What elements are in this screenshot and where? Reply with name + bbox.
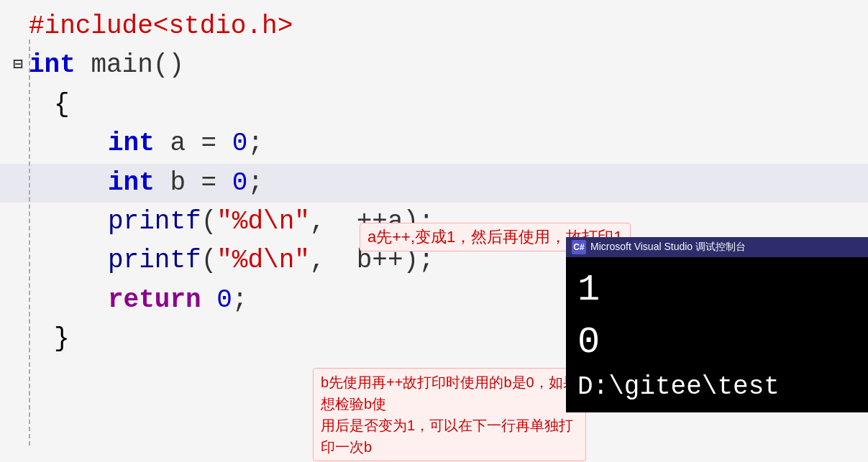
code-guide-line: [29, 40, 30, 445]
paren-open-1: (: [201, 204, 217, 240]
keyword-return: return: [108, 282, 201, 318]
code-line-1: #include<stdio.h>: [0, 7, 868, 46]
var-a-decl: a =: [155, 126, 232, 162]
printf-1: printf: [108, 204, 201, 240]
main-func: main(): [76, 47, 184, 83]
code-line-3: {: [0, 86, 868, 124]
code-line-2: ⊟ int main(): [0, 46, 868, 85]
semicolon-b: ;: [247, 165, 263, 201]
num-zero-b: 0: [232, 165, 248, 201]
keyword-int-b: int: [108, 165, 155, 201]
format-str-2: "%d\n": [216, 243, 310, 279]
return-space: [201, 282, 217, 318]
console-path: D:\gitee\test: [577, 369, 856, 405]
console-output: 1 0 D:\gitee\test: [566, 257, 868, 412]
keyword-int-a: int: [108, 126, 155, 162]
console-window: C# Microsoft Visual Studio 调试控制台 1 0 D:\…: [566, 237, 868, 412]
code-editor: #include<stdio.h> ⊟ int main() { int a =…: [0, 0, 868, 462]
console-output-2: 0: [577, 317, 856, 369]
num-zero-a: 0: [232, 126, 248, 162]
semicolon-a: ;: [247, 126, 263, 162]
comma-1: ,: [310, 204, 357, 240]
return-zero: 0: [216, 282, 232, 318]
console-output-1: 1: [577, 264, 856, 317]
semicolon-ret: ;: [232, 282, 248, 318]
console-title: Microsoft Visual Studio 调试控制台: [590, 241, 746, 254]
open-brace: {: [54, 87, 70, 123]
annotation-post-increment: b先使用再++故打印时使用的b是0，如果想检验b使 用后是否变为1，可以在下一行…: [313, 368, 586, 461]
console-titlebar: C# Microsoft Visual Studio 调试控制台: [566, 237, 868, 257]
keyword-int-main: int: [29, 47, 76, 83]
comma-2: ,: [310, 243, 357, 279]
code-line-5: int b = 0 ;: [0, 164, 868, 203]
printf-2: printf: [108, 243, 201, 279]
vs-icon: C#: [572, 240, 586, 254]
format-str-1: "%d\n": [216, 204, 310, 240]
gutter-2: ⊟: [7, 55, 29, 77]
var-b-decl: b =: [155, 165, 232, 201]
paren-open-2: (: [201, 243, 217, 279]
include-directive: #include<stdio.h>: [29, 9, 293, 45]
code-line-4: int a = 0 ;: [0, 124, 868, 163]
close-brace: }: [54, 321, 70, 357]
